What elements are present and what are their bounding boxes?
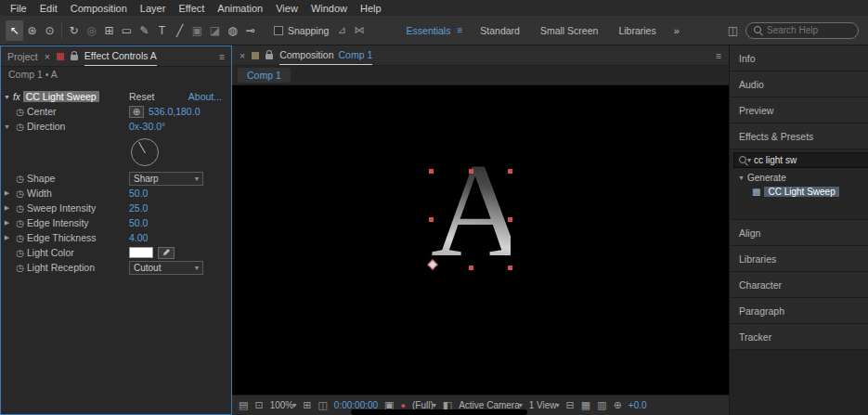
- menu-animation[interactable]: Animation: [211, 3, 269, 14]
- expander-icon[interactable]: ▶: [1, 189, 13, 197]
- snap-angle-icon[interactable]: ⊿: [337, 24, 345, 36]
- transparency-grid-icon[interactable]: ◫: [317, 399, 327, 411]
- center-value[interactable]: 536.0,180.0: [149, 106, 200, 117]
- stopwatch-icon[interactable]: ◷: [13, 122, 27, 132]
- effects-group-generate[interactable]: ▼ Generate: [730, 171, 868, 185]
- composition-viewport[interactable]: A: [232, 85, 729, 395]
- menu-view[interactable]: View: [269, 3, 304, 14]
- expander-icon[interactable]: ▶: [1, 204, 13, 212]
- menu-file[interactable]: File: [4, 3, 33, 14]
- close-icon[interactable]: ×: [240, 50, 245, 61]
- menu-help[interactable]: Help: [354, 3, 388, 14]
- direction-dial[interactable]: [131, 138, 159, 166]
- panel-tab-info[interactable]: Info: [730, 45, 868, 71]
- effect-name[interactable]: CC Light Sweep: [23, 91, 99, 102]
- region-of-interest-icon[interactable]: ⊞: [303, 399, 311, 411]
- about-link[interactable]: About...: [188, 91, 222, 102]
- clone-stamp-tool[interactable]: ▣: [188, 20, 206, 41]
- exposure-gear-icon[interactable]: ⊕: [614, 399, 622, 411]
- panel-menu-icon[interactable]: ≡: [219, 51, 225, 62]
- shape-tool[interactable]: ▭: [118, 20, 136, 41]
- stopwatch-icon[interactable]: ◷: [13, 218, 27, 228]
- roto-brush-tool[interactable]: ◍: [224, 20, 241, 41]
- effects-item-cc-light-sweep[interactable]: ▩ CC Light Sweep: [730, 185, 868, 199]
- puppet-pin-tool[interactable]: ⊸: [241, 20, 259, 41]
- expander-icon[interactable]: ▶: [1, 234, 13, 241]
- tab-composition[interactable]: Composition Comp 1: [279, 45, 372, 65]
- exposure-value[interactable]: +0.0: [628, 400, 647, 410]
- panel-tab-paragraph[interactable]: Paragraph: [730, 298, 868, 324]
- color-swatch[interactable]: [129, 247, 153, 258]
- expander-icon[interactable]: ▶: [1, 219, 13, 227]
- hand-tool[interactable]: ⊛: [23, 20, 41, 41]
- snap-mask-icon[interactable]: ⋈: [355, 24, 365, 36]
- expander-icon[interactable]: ▼: [1, 123, 13, 130]
- panel-tab-preview[interactable]: Preview: [730, 97, 868, 123]
- workspace-libraries[interactable]: Libraries: [608, 25, 666, 36]
- comp-layer-text[interactable]: A: [431, 143, 511, 278]
- panel-tab-character[interactable]: Character: [730, 272, 868, 298]
- menu-edit[interactable]: Edit: [33, 3, 64, 14]
- panel-menu-icon[interactable]: ≡: [716, 50, 721, 61]
- menu-effect[interactable]: Effect: [172, 3, 211, 14]
- rulers-icon[interactable]: ▥: [597, 399, 606, 411]
- menu-layer[interactable]: Layer: [134, 3, 173, 14]
- pan-behind-tool[interactable]: ⊞: [100, 20, 118, 41]
- width-value[interactable]: 50.0: [129, 188, 148, 199]
- rotate-tool[interactable]: ↻: [65, 20, 83, 41]
- pixel-aspect-icon[interactable]: ⊟: [566, 399, 575, 411]
- stopwatch-icon[interactable]: ◷: [13, 263, 27, 273]
- comp-subtab[interactable]: Comp 1: [238, 68, 291, 83]
- selection-tool[interactable]: ↖: [6, 20, 23, 41]
- panel-tab-audio[interactable]: Audio: [730, 71, 868, 97]
- brush-tool[interactable]: ╱: [171, 20, 188, 41]
- point-picker-icon[interactable]: ⊕: [129, 106, 144, 118]
- type-tool[interactable]: T: [153, 20, 171, 41]
- menu-composition[interactable]: Composition: [64, 3, 134, 14]
- selection-handle[interactable]: [429, 169, 434, 174]
- shared-view-icon[interactable]: ◫: [728, 24, 738, 37]
- help-search-input[interactable]: [767, 25, 851, 35]
- effects-search-input[interactable]: [754, 155, 868, 165]
- panel-tab-tracker[interactable]: Tracker: [730, 324, 868, 350]
- collapse-icon[interactable]: ▼: [1, 94, 13, 100]
- stopwatch-icon[interactable]: ◷: [13, 188, 27, 199]
- stopwatch-icon[interactable]: ◷: [13, 174, 27, 184]
- magnification-icon[interactable]: ▤: [239, 399, 248, 411]
- channel-icon[interactable]: ●: [401, 401, 406, 410]
- close-icon[interactable]: ×: [45, 51, 50, 62]
- eraser-tool[interactable]: ◪: [206, 20, 224, 41]
- workspace-essentials[interactable]: Essentials: [396, 25, 461, 36]
- tab-project[interactable]: Project: [7, 46, 38, 66]
- edge-intensity-value[interactable]: 50.0: [129, 217, 148, 228]
- panel-tab-effects-presets[interactable]: Effects & Presets ≡: [730, 123, 868, 149]
- direction-value[interactable]: 0x-30.0°: [129, 121, 165, 132]
- selection-handle[interactable]: [429, 217, 434, 222]
- camera-tool[interactable]: ◎: [83, 20, 100, 41]
- eyedropper-icon[interactable]: [158, 247, 175, 259]
- selection-handle[interactable]: [469, 266, 473, 270]
- sweep-intensity-value[interactable]: 25.0: [129, 202, 148, 214]
- shape-dropdown[interactable]: Sharp ▾: [129, 172, 203, 186]
- menu-window[interactable]: Window: [304, 3, 354, 14]
- stopwatch-icon[interactable]: ◷: [13, 248, 27, 258]
- stopwatch-icon[interactable]: ◷: [13, 233, 27, 243]
- zoom-select[interactable]: 100% ▾: [270, 400, 297, 410]
- panel-tab-libraries[interactable]: Libraries: [730, 246, 868, 272]
- workspace-small-screen[interactable]: Small Screen: [530, 25, 608, 36]
- workspace-standard[interactable]: Standard: [470, 25, 530, 36]
- selection-handle[interactable]: [508, 169, 512, 174]
- grid-guides-icon[interactable]: ⊡: [254, 399, 263, 411]
- pen-tool[interactable]: ✎: [136, 20, 153, 41]
- grid-icon[interactable]: ▦: [581, 399, 590, 411]
- selection-handle[interactable]: [508, 217, 512, 222]
- selection-handle[interactable]: [469, 169, 473, 174]
- fx-badge-icon[interactable]: fx: [13, 92, 20, 102]
- reset-button[interactable]: Reset: [129, 91, 154, 102]
- stopwatch-icon[interactable]: ◷: [13, 203, 27, 214]
- view-layout-select[interactable]: 1 View ▾: [529, 400, 560, 410]
- zoom-tool[interactable]: ⊙: [41, 20, 58, 41]
- selection-handle[interactable]: [508, 266, 512, 270]
- expander-icon[interactable]: ▼: [735, 175, 747, 181]
- stopwatch-icon[interactable]: ◷: [13, 107, 27, 117]
